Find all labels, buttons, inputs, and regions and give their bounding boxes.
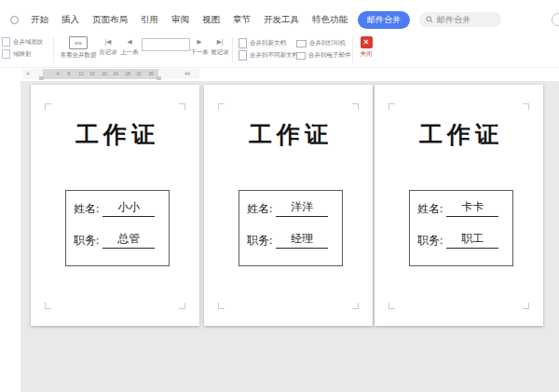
page-title: 工作证 [31,119,199,150]
email-icon [296,52,306,60]
ruler-number: 44 [184,71,190,75]
close-merge-group: × 关闭 [356,36,376,59]
name-value: 小小 [102,199,155,217]
tab-home[interactable]: 开始 [26,12,53,28]
position-value: 总管 [102,231,155,249]
position-field: 职务: 经理 [247,231,328,249]
margin-crop-mark [179,103,185,110]
close-button[interactable]: × [361,36,373,48]
info-box: 姓名: 卡卡 职务: 职工 [409,190,513,266]
tab-view[interactable]: 视图 [198,12,225,28]
new-document-icon [239,38,247,48]
last-record-icon: ▶| [217,36,224,47]
tab-section[interactable]: 章节 [228,12,255,28]
ruler-number: 32 [136,71,142,75]
merge-to-new-document-button[interactable]: 合并到新文档 [239,38,286,48]
tab-review[interactable]: 审阅 [167,12,194,28]
view-merged-data-button[interactable]: «» 查看合并数据 [56,36,101,60]
menu-bar: 开始 插入 页面布局 引用 审阅 视图 章节 开发工具 特色功能 邮件合并 邮件… [6,10,559,29]
position-label: 职务: [74,233,99,249]
last-record-button[interactable]: ▶| 尾记录 [210,36,230,57]
tab-developer[interactable]: 开发工具 [259,12,304,28]
previous-record-button[interactable]: ◀ 上一条 [119,36,140,57]
tab-insert[interactable]: 插入 [57,12,84,28]
field-mapping-label: 域映射 [13,50,32,59]
field-mapping-button[interactable]: 域映射 [2,49,32,59]
document-canvas: 工作证 姓名: 小小 职务: 总管 工作证 姓名: 洋洋 职务: 经理 [20,81,559,392]
first-record-label: 首记录 [99,48,117,57]
merge-field-shading-label: 合并域底纹 [13,38,44,47]
name-field: 姓名: 小小 [74,199,155,217]
indent-marker[interactable] [157,76,161,80]
merge-to-email-label: 合并到电子邮件 [308,51,351,60]
name-value: 洋洋 [276,199,328,217]
indent-marker[interactable] [39,76,44,80]
document-page-1[interactable]: 工作证 姓名: 小小 职务: 总管 [31,85,199,326]
printer-icon [296,40,307,47]
next-record-button[interactable]: ▶ 下一条 [189,36,210,57]
merge-to-printer-button[interactable]: 合并到打印机 [296,38,346,47]
toolbar-separator [53,37,54,62]
merge-to-printer-label: 合并到打印机 [309,39,346,47]
ruler-number: 20 [102,71,107,75]
page-title: 工作证 [375,119,543,150]
ruler-number: 28 [125,71,130,75]
different-documents-icon [239,50,247,61]
margin-crop-mark [389,303,395,309]
merge-to-email-button[interactable]: 合并到电子邮件 [296,50,351,60]
margin-crop-mark [45,103,51,110]
position-value: 经理 [276,231,328,249]
ruler-number: 36 [148,71,154,75]
merge-to-new-document-label: 合并到新文档 [250,39,286,47]
merge-to-different-documents-button[interactable]: 合并到不同新文档 [239,50,298,61]
ribbon-circle-icon[interactable] [10,16,19,24]
name-label: 姓名: [74,201,99,217]
info-box: 姓名: 洋洋 职务: 经理 [239,190,343,266]
search-text: 邮件合并 [437,14,470,26]
previous-record-icon: ◀ [128,36,132,47]
tab-special-features[interactable]: 特色功能 [307,12,352,28]
position-value: 职工 [446,231,498,249]
tab-mail-merge-active[interactable]: 邮件合并 [358,11,410,29]
tab-page-layout[interactable]: 页面布局 [88,12,132,28]
previous-record-label: 上一条 [120,48,139,57]
toolbar-separator [352,37,353,62]
margin-crop-mark [389,103,395,110]
view-merged-data-label: 查看合并数据 [61,51,97,60]
name-value: 卡卡 [446,199,498,217]
info-box: 姓名: 小小 职务: 总管 [65,190,170,266]
margin-crop-mark [352,303,359,309]
mail-merge-toolbar: 合并域底纹 域映射 «» 查看合并数据 |◀ 首记录 ◀ 上一条 ▶ 下一条 ▶… [0,34,559,68]
merge-field-shading-button[interactable]: 合并域底纹 [2,37,44,47]
window-edge-partial-icon [552,13,559,26]
ruler-number: 4 [57,71,60,75]
name-field: 姓名: 洋洋 [247,199,328,217]
margin-crop-mark [218,103,225,110]
merge-to-different-documents-label: 合并到不同新文档 [250,51,298,60]
name-label: 姓名: [247,201,272,217]
position-field: 职务: 职工 [417,231,498,249]
tab-references[interactable]: 引用 [136,12,163,28]
document-page-2[interactable]: 工作证 姓名: 洋洋 职务: 经理 [204,85,373,326]
document-page-3[interactable]: 工作证 姓名: 卡卡 职务: 职工 [375,85,543,326]
first-record-button[interactable]: |◀ 首记录 [98,36,118,57]
margin-crop-mark [352,103,359,110]
ribbon-search-box[interactable]: 邮件合并 [419,12,501,27]
record-number-input[interactable] [142,38,190,51]
name-label: 姓名: [417,201,443,217]
position-field: 职务: 总管 [74,231,155,249]
horizontal-ruler[interactable]: 4 4 8 12 16 20 24 28 32 36 44 [22,69,199,79]
document-icon [2,37,10,47]
next-record-icon: ▶ [198,36,202,47]
next-record-label: 下一条 [190,48,209,57]
field-icon [2,49,10,59]
margin-crop-mark [523,303,529,309]
ruler-number: 12 [78,71,84,75]
ruler-number: 16 [89,71,95,75]
name-field: 姓名: 卡卡 [417,199,498,217]
position-label: 职务: [247,233,272,249]
close-label: 关闭 [361,50,373,59]
margin-crop-mark [218,303,225,309]
position-label: 职务: [417,233,443,249]
margin-crop-mark [179,303,185,309]
